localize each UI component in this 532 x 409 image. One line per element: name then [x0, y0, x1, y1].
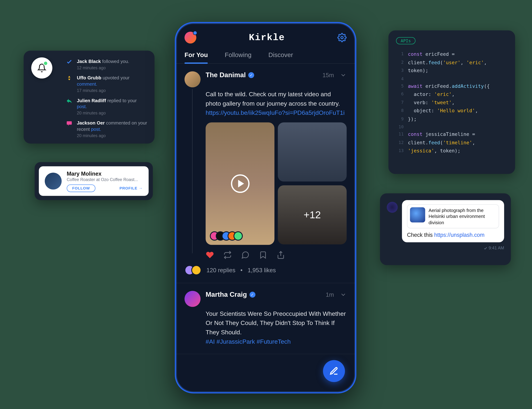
media-image[interactable] [278, 122, 347, 182]
avatar[interactable] [185, 291, 200, 307]
post-actions [206, 251, 347, 259]
updown-icon [66, 75, 73, 82]
repost-icon[interactable] [223, 251, 232, 259]
check-icon [483, 246, 487, 250]
avatar[interactable] [45, 173, 62, 190]
heart-icon[interactable] [206, 251, 214, 259]
media-more[interactable]: +12 [278, 185, 347, 244]
user-avatar[interactable] [185, 32, 196, 44]
check-icon [66, 58, 73, 65]
post-stats: 120 replies • 1,953 likes [185, 265, 347, 275]
verified-icon: ✓ [249, 292, 255, 298]
post-url[interactable]: https://youtu.be/iik25wqIuFo?si=PD6a5rjd… [206, 109, 345, 116]
notification-item[interactable]: Julien Radliff replied to your post.20 m… [66, 98, 148, 116]
tab-for-you[interactable]: For You [185, 51, 208, 63]
message-url[interactable]: https://unsplash.com [434, 232, 485, 238]
chevron-down-icon[interactable] [340, 291, 347, 298]
notification-item[interactable]: Jackson Oer commented on your recent pos… [66, 120, 148, 138]
compose-button[interactable] [323, 360, 345, 382]
feed-post: Martha Craig ✓ 1m Your Scientists Were S… [176, 283, 355, 354]
comment-icon[interactable] [241, 251, 250, 259]
media-video[interactable] [206, 122, 274, 245]
svg-rect-0 [67, 121, 72, 125]
post-time: 15m [323, 72, 334, 79]
reply-icon [66, 98, 73, 104]
message-bubble: Aerial photograph from the Helsinki urba… [402, 200, 504, 242]
post-body: Call to the wild. Check out my latest vi… [206, 90, 347, 118]
message-timestamp: 9:41 AM [387, 246, 504, 251]
message-card: Aerial photograph from the Helsinki urba… [380, 193, 511, 265]
follow-button[interactable]: FOLLOW [67, 184, 96, 192]
viewer-avatars [210, 231, 243, 241]
chevron-down-icon[interactable] [340, 72, 347, 79]
preview-thumbnail [410, 207, 425, 223]
tab-discover[interactable]: Discover [268, 51, 293, 63]
notification-item[interactable]: Uffo Grubb upvoted your comment.17 minut… [66, 75, 148, 93]
message-text: Check this https://unsplash.com [407, 232, 499, 238]
play-icon [231, 174, 249, 193]
post-author[interactable]: Martha Craig [206, 291, 247, 298]
bookmark-icon[interactable] [259, 251, 267, 259]
media-gallery: +12 [206, 122, 347, 245]
gear-icon[interactable] [337, 33, 347, 42]
post-body: Your Scientists Were So Preoccupied With… [206, 309, 347, 346]
post-author[interactable]: The Danimal [206, 71, 246, 79]
comment-icon [66, 120, 73, 127]
tab-following[interactable]: Following [225, 51, 252, 63]
code-panel: APIs 1const ericFeed =2client.feed('user… [388, 30, 515, 174]
app-title: Kirkle [249, 32, 285, 43]
profile-link[interactable]: PROFILE → [120, 186, 143, 190]
post-time: 1m [326, 291, 334, 298]
profile-subtitle: Coffee Roaster at Ozo Coffee Roast... [67, 177, 143, 182]
feed-post: The Danimal ✓ 15m Call to the wild. Chec… [176, 64, 355, 283]
share-icon[interactable] [277, 251, 285, 259]
avatar[interactable] [185, 71, 200, 87]
feed-tabs: For You Following Discover [176, 46, 355, 64]
phone-mockup: Kirkle For You Following Discover The Da… [175, 22, 356, 393]
replies-count[interactable]: 120 replies [206, 267, 235, 274]
likes-count[interactable]: 1,953 likes [248, 267, 276, 274]
svg-point-1 [341, 36, 343, 39]
notification-item[interactable]: Jack Black followed you.12 minutes ago [66, 58, 148, 71]
post-tags[interactable]: #AI #JurassicPark #FutureTech [206, 338, 291, 345]
notification-bell-icon[interactable] [31, 57, 52, 78]
verified-icon: ✓ [248, 72, 254, 78]
link-preview[interactable]: Aerial photograph from the Helsinki urba… [407, 204, 499, 228]
profile-name: Mary Molinex [67, 170, 143, 177]
profile-card: Mary Molinex Coffee Roaster at Ozo Coffe… [35, 162, 153, 200]
api-badge: APIs [396, 37, 416, 44]
avatar[interactable] [387, 202, 398, 213]
